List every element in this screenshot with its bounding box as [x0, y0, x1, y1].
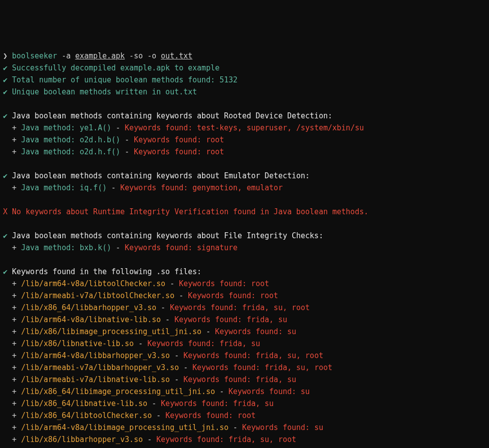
keywords-found: Keywords found: root [134, 147, 224, 156]
java-method-value: iq.f() [80, 183, 111, 192]
method-line: + Java method: ye1.A() - Keywords found:… [3, 122, 486, 134]
command-line: ❯ boolseeker -a example.apk -so -o out.t… [3, 50, 486, 62]
section-title: Java boolean methods containing keywords… [12, 171, 310, 180]
apk-filename: example.apk [75, 51, 125, 60]
keywords-found: Keywords found: root [179, 279, 269, 288]
so-file-line: + /lib/armeabi-v7a/libnative-lib.so - Ke… [3, 374, 486, 386]
status-text: Total number of unique boolean methods f… [12, 75, 238, 84]
method-line: + Java method: o2d.h.b() - Keywords foun… [3, 134, 486, 146]
keywords-found: Keywords found: frida, su [147, 339, 260, 348]
so-file-line: + /lib/arm64-v8a/libbarhopper_v3.so - Ke… [3, 350, 486, 362]
java-method-label: Java method: [21, 243, 79, 252]
keywords-found: Keywords found: su [215, 327, 296, 336]
section-title: Java boolean methods containing keywords… [12, 111, 332, 120]
keywords-found: Keywords found: frida, su, root [156, 435, 296, 444]
so-file-line: + /lib/x86/libnative-lib.so - Keywords f… [3, 338, 486, 350]
section-header: ✔ Keywords found in the following .so fi… [3, 266, 486, 278]
so-file-line: + /lib/x86/libtoolChecker.so - Keywords … [3, 446, 486, 448]
keywords-found: Keywords found: genymotion, emulator [120, 183, 283, 192]
java-method-label: Java method: [21, 123, 79, 132]
so-file-path: /lib/x86/libimage_processing_util_jni.so [21, 327, 206, 336]
so-file-line: + /lib/x86_64/libnative-lib.so - Keyword… [3, 398, 486, 410]
so-file-line: + /lib/x86/libimage_processing_util_jni.… [3, 326, 486, 338]
keywords-found: Keywords found: frida, su [161, 399, 274, 408]
keywords-found: Keywords found: root [134, 135, 224, 144]
so-file-line: + /lib/x86_64/libbarhopper_v3.so - Keywo… [3, 302, 486, 314]
section-title: Java boolean methods containing keywords… [12, 231, 323, 240]
status-line: ✔ Total number of unique boolean methods… [3, 74, 486, 86]
status-line: ✔ Unique boolean methods written in out.… [3, 86, 486, 98]
so-file-line: + /lib/x86/libbarhopper_v3.so - Keywords… [3, 434, 486, 446]
check-icon: ✔ [3, 111, 12, 120]
java-method-value: ye1.A() [80, 123, 116, 132]
section-title: Keywords found in the following .so file… [12, 267, 201, 276]
java-method-value: o2d.h.b() [80, 135, 125, 144]
section-header: ✔ Java boolean methods containing keywor… [3, 110, 486, 122]
keywords-found: Keywords found: frida, su, root [183, 351, 323, 360]
so-file-line: + /lib/arm64-v8a/libimage_processing_uti… [3, 422, 486, 434]
java-method-label: Java method: [21, 147, 79, 156]
so-file-path: /lib/x86_64/libimage_processing_util_jni… [21, 387, 219, 396]
so-file-path: /lib/x86/libnative-lib.so [21, 339, 138, 348]
so-file-path: /lib/x86_64/libtoolChecker.so [21, 411, 156, 420]
error-text: No keywords about Runtime Integrity Veri… [12, 207, 368, 216]
java-method-value: bxb.k() [80, 243, 116, 252]
java-method-label: Java method: [21, 135, 79, 144]
keywords-found: Keywords found: signature [125, 243, 238, 252]
keywords-found: Keywords found: frida, su, root [170, 303, 310, 312]
so-file-path: /lib/arm64-v8a/libtoolChecker.so [21, 279, 170, 288]
prompt-symbol: ❯ [3, 51, 12, 60]
so-file-path: /lib/armeabi-v7a/libnative-lib.so [21, 375, 174, 384]
so-file-path: /lib/x86_64/libnative-lib.so [21, 399, 152, 408]
keywords-found: Keywords found: root [165, 411, 256, 420]
java-method-label: Java method: [21, 183, 79, 192]
keywords-found: Keywords found: frida, su [174, 315, 287, 324]
so-file-line: + /lib/x86_64/libimage_processing_util_j… [3, 386, 486, 398]
check-icon: ✔ [3, 75, 12, 84]
method-line: + Java method: o2d.h.f() - Keywords foun… [3, 146, 486, 158]
so-file-path: /lib/x86_64/libbarhopper_v3.so [21, 303, 161, 312]
check-icon: ✔ [3, 87, 12, 96]
status-line: ✔ Successfully decompiled example.apk to… [3, 62, 486, 74]
section-header: ✔ Java boolean methods containing keywor… [3, 230, 486, 242]
so-file-path: /lib/armeabi-v7a/libbarhopper_v3.so [21, 363, 183, 372]
terminal-output: ❯ boolseeker -a example.apk -so -o out.t… [3, 50, 486, 448]
check-icon: ✔ [3, 231, 12, 240]
so-file-path: /lib/arm64-v8a/libnative-lib.so [21, 315, 165, 324]
so-file-line: + /lib/arm64-v8a/libtoolChecker.so - Key… [3, 278, 486, 290]
section-header: ✔ Java boolean methods containing keywor… [3, 170, 486, 182]
keywords-found: Keywords found: frida, su, root [192, 363, 332, 372]
check-icon: ✔ [3, 63, 12, 72]
so-file-line: + /lib/armeabi-v7a/libtoolChecker.so - K… [3, 290, 486, 302]
keywords-found: Keywords found: su [242, 423, 324, 432]
keywords-found: Keywords found: frida, su [183, 375, 296, 384]
check-icon: ✔ [3, 267, 12, 276]
keywords-found: Keywords found: su [229, 387, 310, 396]
java-method-value: o2d.h.f() [80, 147, 125, 156]
status-text: Successfully decompiled example.apk to e… [12, 63, 219, 72]
keywords-found: Keywords found: root [188, 291, 278, 300]
so-file-path: /lib/x86/libbarhopper_v3.so [21, 435, 147, 444]
so-file-path: /lib/arm64-v8a/libimage_processing_util_… [21, 423, 233, 432]
x-icon: X [3, 207, 12, 216]
method-line: + Java method: bxb.k() - Keywords found:… [3, 242, 486, 254]
command-name: boolseeker [12, 51, 57, 60]
error-line: X No keywords about Runtime Integrity Ve… [3, 206, 486, 218]
output-filename: out.txt [161, 51, 192, 60]
so-file-line: + /lib/armeabi-v7a/libbarhopper_v3.so - … [3, 362, 486, 374]
method-line: + Java method: iq.f() - Keywords found: … [3, 182, 486, 194]
so-file-path: /lib/arm64-v8a/libbarhopper_v3.so [21, 351, 174, 360]
keywords-found: Keywords found: test-keys, superuser, /s… [125, 123, 364, 132]
so-file-line: + /lib/x86_64/libtoolChecker.so - Keywor… [3, 410, 486, 422]
so-file-path: /lib/armeabi-v7a/libtoolChecker.so [21, 291, 179, 300]
check-icon: ✔ [3, 171, 12, 180]
so-file-line: + /lib/arm64-v8a/libnative-lib.so - Keyw… [3, 314, 486, 326]
status-text: Unique boolean methods written in out.tx… [12, 87, 197, 96]
